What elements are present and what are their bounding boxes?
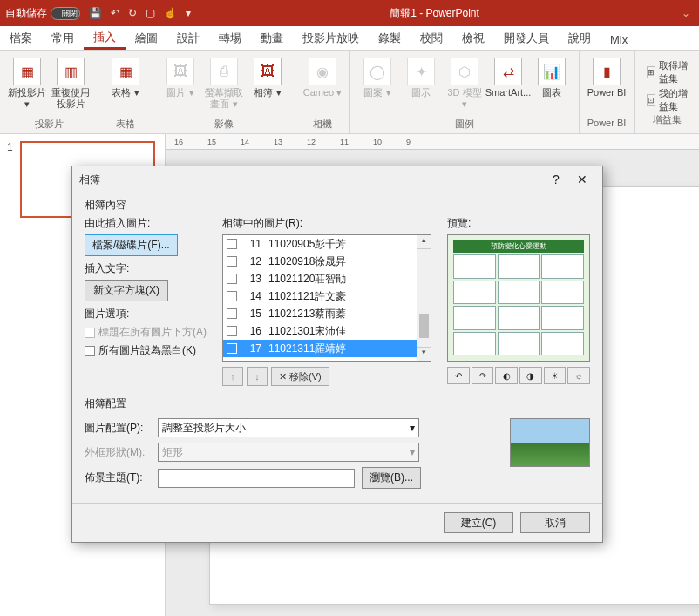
list-item[interactable]: 1311021120莊智勛 xyxy=(223,270,431,288)
picture-icon: 🖼 xyxy=(166,58,194,85)
listbox-scrollbar[interactable]: ▴▾ xyxy=(417,235,431,361)
file-disk-button[interactable]: 檔案/磁碟片(F)... xyxy=(85,234,178,256)
layout-section-title: 相簿配置 xyxy=(85,396,590,411)
tab-design[interactable]: 設計 xyxy=(167,26,209,50)
photo-album-dialog: 相簿 ? ✕ 相簿內容 由此插入圖片: 檔案/磁碟片(F)... 插入文字: 新… xyxy=(71,166,603,543)
chevron-down-icon: ▾ xyxy=(410,446,415,458)
smartart-button[interactable]: ⇄SmartArt... xyxy=(488,54,528,118)
cameo-icon: ◉ xyxy=(309,58,336,85)
my-addins-button[interactable]: ⊡我的增益集 xyxy=(647,87,692,113)
frame-label: 外框形狀(M): xyxy=(85,445,151,460)
save-icon[interactable]: 💾 xyxy=(89,7,102,19)
slideshow-icon[interactable]: ▢ xyxy=(146,7,155,19)
reuse-slide-button[interactable]: ▥重複使用投影片 xyxy=(51,54,91,118)
cancel-button[interactable]: 取消 xyxy=(520,512,590,533)
tab-view[interactable]: 檢視 xyxy=(452,26,494,50)
list-item-selected[interactable]: 1711021311羅靖婷 xyxy=(223,340,431,357)
addins-icon: ⊡ xyxy=(647,94,655,106)
table-button[interactable]: ▦表格 ▾ xyxy=(105,54,146,118)
frame-select: 矩形▾ xyxy=(158,443,419,462)
move-down-button[interactable]: ↓ xyxy=(247,367,268,386)
group-addins: ⊞取得增益集 ⊡我的增益集 增益集 xyxy=(635,51,699,133)
tab-help[interactable]: 說明 xyxy=(559,26,601,50)
table-icon: ▦ xyxy=(112,58,139,85)
thumb-number: 1 xyxy=(7,141,13,153)
3d-icon: ⬡ xyxy=(451,58,478,85)
tab-animation[interactable]: 動畫 xyxy=(251,26,293,50)
brightness-up-button[interactable]: ☀ xyxy=(544,367,567,384)
store-icon: ⊞ xyxy=(647,66,655,78)
undo-icon[interactable]: ↶ xyxy=(111,7,119,19)
list-item[interactable]: 1111020905彭千芳 xyxy=(223,235,431,253)
list-item[interactable]: 1411021121許文豪 xyxy=(223,288,431,305)
brightness-down-button[interactable]: ☼ xyxy=(567,367,590,384)
touch-icon[interactable]: ☝ xyxy=(164,7,177,19)
powerbi-icon: ▮ xyxy=(593,58,621,85)
list-label: 相簿中的圖片(R): xyxy=(222,216,431,231)
tab-insert[interactable]: 插入 xyxy=(84,25,126,50)
autosave-label: 自動儲存 xyxy=(5,6,47,21)
theme-input[interactable] xyxy=(158,469,355,488)
group-slides: ▦新投影片 ▾ ▥重複使用投影片 投影片 xyxy=(0,51,98,133)
group-illus-label: 圖例 xyxy=(357,118,572,132)
ruler-horizontal: 161514131211109 xyxy=(166,134,699,150)
picture-button[interactable]: 🖼圖片 ▾ xyxy=(160,54,200,118)
powerbi-button[interactable]: ▮Power BI xyxy=(587,54,627,118)
caption-checkbox: 標題在所有圖片下方(A) xyxy=(85,325,207,340)
contrast-up-button[interactable]: ◐ xyxy=(495,367,518,384)
layout-preview-thumb xyxy=(510,418,590,467)
group-camera-label: 相機 xyxy=(302,118,343,132)
list-item[interactable]: 1211020918徐晟昇 xyxy=(223,253,431,270)
close-icon[interactable]: ✕ xyxy=(569,173,595,186)
browse-button[interactable]: 瀏覽(B)... xyxy=(362,467,421,489)
qat-more-icon[interactable]: ▾ xyxy=(186,7,191,19)
ribbon: ▦新投影片 ▾ ▥重複使用投影片 投影片 ▦表格 ▾ 表格 🖼圖片 ▾ ⎙螢幕擷… xyxy=(0,51,699,134)
help-icon[interactable]: ? xyxy=(543,173,569,186)
cameo-button[interactable]: ◉Cameo ▾ xyxy=(302,54,343,118)
shapes-button[interactable]: ◯圖案 ▾ xyxy=(357,54,397,118)
autosave-toggle[interactable]: 關閉 xyxy=(51,7,80,20)
tab-record[interactable]: 錄製 xyxy=(369,26,411,50)
picture-options-label: 圖片選項: xyxy=(85,307,207,322)
list-item[interactable]: 1611021301宋沛佳 xyxy=(223,322,431,340)
rotate-left-button[interactable]: ↶ xyxy=(447,367,470,384)
dialog-title: 相簿 xyxy=(79,173,100,187)
list-item[interactable]: 1511021213蔡雨蓁 xyxy=(223,305,431,322)
album-icon: 🖼 xyxy=(254,58,282,85)
tab-mix[interactable]: Mix xyxy=(601,29,637,50)
bw-checkbox[interactable]: 所有圖片設為黑白(K) xyxy=(85,343,207,358)
contrast-down-button[interactable]: ◑ xyxy=(519,367,542,384)
icons-button[interactable]: ✦圖示 xyxy=(401,54,441,118)
tab-slideshow[interactable]: 投影片放映 xyxy=(293,26,369,50)
create-button[interactable]: 建立(C) xyxy=(444,512,513,533)
group-illus: ◯圖案 ▾ ✦圖示 ⬡3D 模型 ▾ ⇄SmartArt... 📊圖表 圖例 xyxy=(350,51,580,133)
tab-review[interactable]: 校閱 xyxy=(411,26,452,50)
tab-transitions[interactable]: 轉場 xyxy=(209,26,251,50)
icons-icon: ✦ xyxy=(407,58,435,85)
new-textbox-button[interactable]: 新文字方塊(X) xyxy=(85,280,168,301)
layout-select[interactable]: 調整至投影片大小▾ xyxy=(158,418,419,437)
chart-button[interactable]: 📊圖表 xyxy=(532,54,572,118)
group-powerbi-label: Power BI xyxy=(587,118,627,132)
content-section-title: 相簿內容 xyxy=(72,193,602,216)
new-slide-icon: ▦ xyxy=(13,58,41,85)
tab-draw[interactable]: 繪圖 xyxy=(126,26,167,50)
move-up-button[interactable]: ↑ xyxy=(222,367,243,386)
remove-button[interactable]: ✕ 移除(V) xyxy=(271,367,329,386)
rotate-right-button[interactable]: ↷ xyxy=(472,367,494,384)
screenshot-button[interactable]: ⎙螢幕擷取畫面 ▾ xyxy=(204,54,244,118)
album-button[interactable]: 🖼相簿 ▾ xyxy=(248,54,288,118)
3dmodel-button[interactable]: ⬡3D 模型 ▾ xyxy=(445,54,485,118)
tab-home[interactable]: 常用 xyxy=(42,26,84,50)
group-powerbi: ▮Power BI Power BI xyxy=(580,51,635,133)
group-addins-label: 增益集 xyxy=(641,113,692,127)
redo-icon[interactable]: ↻ xyxy=(128,7,137,19)
picture-listbox[interactable]: 1111020905彭千芳 1211020918徐晟昇 1311021120莊智… xyxy=(222,234,431,362)
group-image-label: 影像 xyxy=(160,118,288,132)
tab-developer[interactable]: 開發人員 xyxy=(494,26,559,50)
group-camera: ◉Cameo ▾ 相機 xyxy=(295,51,350,133)
get-addins-button[interactable]: ⊞取得增益集 xyxy=(647,59,692,85)
ribbon-options-icon[interactable]: ⌄ xyxy=(678,7,694,19)
tab-file[interactable]: 檔案 xyxy=(0,26,42,50)
new-slide-button[interactable]: ▦新投影片 ▾ xyxy=(7,54,47,118)
